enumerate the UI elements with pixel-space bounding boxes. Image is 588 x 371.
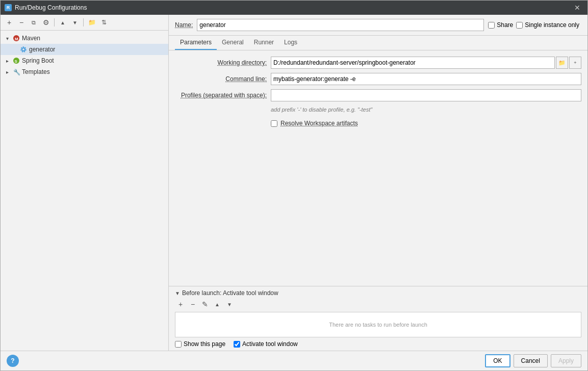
resolve-row: Resolve Workspace artifacts	[175, 118, 581, 129]
svg-point-2	[22, 48, 25, 51]
working-directory-macro-btn[interactable]: +	[569, 57, 581, 69]
ok-button[interactable]: OK	[485, 354, 510, 367]
show-page-checkbox[interactable]	[175, 341, 182, 348]
share-label: Share	[497, 21, 513, 29]
profiles-input[interactable]	[271, 89, 581, 101]
remove-config-button[interactable]: −	[16, 17, 27, 28]
working-directory-label: Working directory:	[175, 59, 267, 66]
profiles-row: Profiles (separated with space):	[175, 89, 581, 101]
tab-parameters[interactable]: Parameters	[175, 36, 217, 50]
before-launch-add-btn[interactable]: +	[175, 299, 186, 310]
command-line-row: Command line:	[175, 73, 581, 85]
tree-item-spring-boot[interactable]: ▸ S Spring Boot	[1, 55, 168, 66]
before-launch-toolbar: + − ✎ ▲ ▼	[175, 299, 581, 310]
sort-button[interactable]: ⇅	[98, 17, 110, 28]
before-launch-up-btn[interactable]: ▲	[212, 299, 223, 310]
macro-btn-icon: +	[574, 60, 576, 65]
add-config-button[interactable]: +	[4, 17, 15, 28]
name-row: Name: Share Single instance only	[169, 15, 587, 36]
before-launch-title: Before launch: Activate tool window	[182, 289, 278, 297]
activate-tool-window-checkbox[interactable]	[234, 341, 240, 348]
gear-blue-icon	[19, 45, 28, 54]
show-page-label: Show this page	[184, 340, 225, 348]
tab-general[interactable]: General	[217, 36, 249, 50]
command-line-input[interactable]	[271, 73, 581, 85]
no-tasks-text: There are no tasks to run before launch	[329, 322, 427, 328]
parameters-tab-content: Working directory: 📁 + Command line:	[169, 50, 587, 286]
copy-config-button[interactable]: ⧉	[28, 17, 39, 28]
single-instance-checkbox[interactable]	[516, 22, 523, 29]
tab-logs[interactable]: Logs	[279, 36, 302, 50]
working-directory-input[interactable]	[271, 57, 555, 69]
resolve-label: Resolve Workspace artifacts	[280, 120, 358, 127]
folder-btn-icon: 📁	[558, 60, 566, 66]
main-content: + − ⧉ ⚙ ▲ ▼ 📁	[1, 15, 587, 351]
wrench-icon: 🔧	[12, 68, 20, 76]
title-bar-left: R Run/Debug Configurations	[5, 4, 87, 11]
svg-text:M: M	[15, 37, 18, 41]
maven-label: Maven	[22, 35, 40, 42]
left-panel: + − ⧉ ⚙ ▲ ▼ 📁	[1, 15, 169, 351]
tab-runner[interactable]: Runner	[249, 36, 279, 50]
name-input[interactable]	[197, 19, 484, 31]
profiles-label: Profiles (separated with space):	[175, 92, 267, 99]
spring-toggle: ▸	[4, 57, 11, 64]
help-button[interactable]: ?	[7, 355, 19, 367]
activate-tool-window-checkbox-label[interactable]: Activate tool window	[234, 340, 298, 348]
generator-toggle	[11, 46, 18, 53]
share-checkbox-label[interactable]: Share	[488, 21, 513, 29]
tree-item-maven[interactable]: ▾ M Maven	[1, 33, 168, 44]
maven-icon: M	[12, 34, 20, 42]
tree-item-generator[interactable]: generator	[1, 44, 168, 55]
left-toolbar: + − ⧉ ⚙ ▲ ▼ 📁	[1, 15, 168, 31]
working-directory-folder-btn[interactable]: 📁	[556, 57, 568, 69]
app-icon: R	[5, 4, 12, 11]
title-bar: R Run/Debug Configurations ✕	[1, 1, 587, 15]
before-launch-remove-btn[interactable]: −	[187, 299, 198, 310]
spring-icon: S	[12, 57, 20, 65]
config-tree: ▾ M Maven	[1, 31, 168, 351]
close-button[interactable]: ✕	[571, 3, 583, 13]
single-instance-label: Single instance only	[525, 21, 579, 29]
apply-button[interactable]: Apply	[551, 354, 581, 367]
footer: ? OK Cancel Apply	[1, 351, 587, 370]
activate-tool-window-label: Activate tool window	[242, 340, 298, 348]
toolbar-separator2	[83, 18, 84, 26]
share-checkbox[interactable]	[488, 22, 495, 29]
resolve-checkbox[interactable]	[271, 120, 277, 127]
generator-label: generator	[29, 46, 55, 53]
spring-boot-label: Spring Boot	[22, 57, 54, 64]
launch-tasks-area: There are no tasks to run before launch	[175, 312, 581, 337]
templates-toggle: ▸	[4, 68, 11, 75]
before-launch-edit-btn[interactable]: ✎	[199, 299, 211, 310]
single-instance-checkbox-label[interactable]: Single instance only	[516, 21, 579, 29]
before-launch-down-btn[interactable]: ▼	[224, 299, 235, 310]
tree-item-templates[interactable]: ▸ 🔧 Templates	[1, 66, 168, 77]
profiles-hint: add prefix '-' to disable profile, e.g. …	[175, 105, 581, 114]
settings-config-button[interactable]: ⚙	[40, 17, 52, 28]
footer-buttons: OK Cancel Apply	[485, 354, 581, 367]
name-label: Name:	[175, 21, 193, 29]
share-row: Share Single instance only	[488, 21, 581, 29]
command-line-label: Command line:	[175, 75, 267, 83]
working-directory-input-group: 📁 +	[271, 57, 581, 69]
dialog-title: Run/Debug Configurations	[15, 4, 87, 11]
before-launch-toggle[interactable]: ▼	[175, 290, 180, 296]
run-debug-dialog: R Run/Debug Configurations ✕ + − ⧉ ⚙	[0, 0, 588, 371]
templates-label: Templates	[22, 68, 50, 75]
tabs-bar: Parameters General Runner Logs	[169, 36, 587, 50]
cancel-button[interactable]: Cancel	[514, 354, 548, 367]
before-launch-header: ▼ Before launch: Activate tool window	[175, 289, 581, 297]
move-down-button[interactable]: ▼	[69, 17, 81, 28]
move-up-button[interactable]: ▲	[57, 17, 68, 28]
folder-button[interactable]: 📁	[86, 17, 97, 28]
bottom-checkboxes: Show this page Activate tool window	[175, 340, 581, 348]
svg-text:S: S	[15, 59, 18, 64]
before-launch-section: ▼ Before launch: Activate tool window + …	[169, 286, 587, 351]
toolbar-separator	[54, 18, 55, 26]
maven-toggle: ▾	[4, 35, 11, 42]
svg-text:🔧: 🔧	[13, 68, 20, 75]
right-panel: Name: Share Single instance only Paramet…	[169, 15, 587, 351]
working-directory-row: Working directory: 📁 +	[175, 57, 581, 69]
show-page-checkbox-label[interactable]: Show this page	[175, 340, 225, 348]
